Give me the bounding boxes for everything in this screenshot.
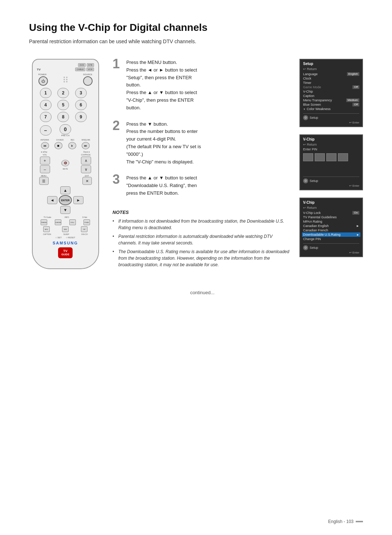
dnet-label: D-Net: [82, 216, 87, 218]
pip-btn[interactable]: PIP: [81, 226, 87, 232]
remote-image: TV DVD STB CABLE VCR: [29, 59, 102, 269]
power-label: POWER: [38, 73, 47, 76]
num-btn-4[interactable]: 4: [40, 100, 52, 110]
screen-1-row-language: Language English: [303, 72, 359, 76]
media-btn-1[interactable]: ⏮: [41, 142, 49, 149]
set-label: ○ SET: [56, 236, 62, 239]
source-section: SOURCE: [83, 73, 93, 86]
notes-title: NOTES: [113, 210, 292, 215]
pmode-btn[interactable]: P.MODE: [41, 219, 47, 225]
screen-2-gear: ⚙ Setup: [303, 177, 359, 183]
num-btn-7[interactable]: 7: [40, 112, 52, 122]
vol-down-btn[interactable]: –: [40, 165, 50, 173]
screen-2: V-Chip ↩ Return Enter PIN ⚙ Setup ↩ Ent: [299, 134, 363, 190]
nav-down-btn[interactable]: ▼: [60, 206, 70, 214]
step-3-block: 3 Press the ▲ or ▼ button to select "Dow…: [113, 174, 292, 197]
menu-btn[interactable]: ☰: [39, 177, 49, 185]
power-section: POWER ⏻: [38, 73, 48, 86]
rec-label: REC: [71, 139, 75, 141]
cable-btn: CABLE: [75, 68, 85, 71]
num-btn-8[interactable]: 8: [57, 112, 69, 122]
notes-list: If information is not downloaded from th…: [113, 218, 292, 268]
center-section: 🔇 MUTE: [60, 157, 71, 170]
content-area: 1 Press the MENU button. Press the ◄ or …: [113, 59, 363, 295]
ch-up-btn[interactable]: ∧: [81, 157, 91, 165]
enter-btn[interactable]: ENTER: [59, 195, 72, 205]
still-btn[interactable]: STILL: [69, 219, 76, 225]
triangle-icon: ▼: [303, 108, 306, 110]
screen-2-return: ↩ Return: [303, 143, 359, 146]
vol-ch-section: VOL + – 🔇 MUTE CH/PAGE ∧ ∨: [37, 154, 94, 173]
screen-1-gear: ⚙ Setup: [303, 113, 359, 120]
num-btn-6[interactable]: 6: [75, 100, 87, 110]
nav-left-btn[interactable]: ◄: [47, 196, 57, 204]
num-btn-5[interactable]: 5: [57, 100, 69, 110]
power-button[interactable]: ⏻: [38, 76, 48, 86]
func-labels-row: ANTENNA CH.MGR REC WISELINK: [37, 139, 94, 141]
menu-ext-row: MENU ☰ EXIT ✕: [37, 175, 94, 185]
screen-1-title: Setup: [303, 62, 359, 66]
steps-column: 1 Press the MENU button. Press the ◄ or …: [113, 59, 292, 295]
screen-2-enter: ↩ Enter: [303, 184, 359, 187]
pin-boxes: [303, 153, 359, 161]
dash-button[interactable]: –: [40, 125, 52, 135]
screens-column: Setup ↩ Return Language English Clock Ti…: [299, 59, 363, 257]
psize-btn[interactable]: P.SIZE: [83, 219, 90, 225]
samsung-logo: SAMSUNG: [37, 241, 94, 245]
num-btn-3[interactable]: 3: [75, 88, 87, 98]
media-btn-2[interactable]: ⏹: [54, 142, 62, 149]
vol-label: VOL: [42, 154, 47, 156]
step-2-text: Press the ▼ button. Press the number but…: [126, 121, 292, 166]
guide-info-row: TV Guide INFO D-Net: [37, 216, 94, 218]
small-btns-row: P.MODE S.MODE STILL P.SIZE: [37, 219, 94, 225]
screen-3-row-tvparental: TV Parental Guidelines: [303, 215, 359, 219]
prech-label: PRE-CH: [61, 134, 69, 137]
step-3-text: Press the ▲ or ▼ button to select "Downl…: [126, 174, 292, 197]
screen-1: Setup ↩ Return Language English Clock Ti…: [299, 59, 363, 127]
smode-btn[interactable]: S.MODE: [55, 219, 61, 225]
notes-section: NOTES If information is not downloaded f…: [113, 210, 292, 270]
media-btn-3[interactable]: ⏵: [68, 142, 76, 149]
dash-zero-row: – 0 PRE-CH: [37, 124, 94, 137]
step-1-block: 1 Press the MENU button. Press the ◄ or …: [113, 59, 292, 112]
nav-right-btn[interactable]: ►: [73, 196, 83, 204]
num-btn-9[interactable]: 9: [75, 112, 87, 122]
source-label: SOURCE: [83, 73, 93, 76]
downloadable-arrow: ►: [356, 233, 359, 236]
srs-btn[interactable]: SRS: [62, 226, 69, 232]
screen-3-gear: ⚙ Setup: [303, 243, 359, 250]
pin-box-4: [338, 153, 348, 161]
screen-3-row-canfrench: Canadian French: [303, 228, 359, 232]
mts-btn[interactable]: MTS: [43, 226, 50, 232]
nav-up-btn[interactable]: ▲: [60, 186, 70, 194]
pin-box-2: [315, 153, 325, 161]
screen-3-row-mpaa: MPAA Rating: [303, 219, 359, 224]
step-1-text: Press the MENU button. Press the ◄ or ► …: [126, 59, 292, 112]
mute-btn[interactable]: 🔇: [61, 160, 69, 166]
num-btn-1[interactable]: 1: [40, 88, 52, 98]
screen-1-row-bluescreen: Blue Screen Off: [303, 102, 359, 107]
remote-control: TV DVD STB CABLE VCR: [32, 59, 99, 269]
enter-pin-label: Enter PIN: [303, 147, 359, 151]
screen-1-row-menutrans: Menu Transparency Medium: [303, 98, 359, 102]
media-btn-4[interactable]: ⏭: [82, 142, 90, 149]
exit-btn[interactable]: ✕: [82, 177, 92, 185]
page-number-badge: [356, 521, 363, 522]
num-btn-0[interactable]: 0: [60, 124, 71, 134]
screen-3-enter: ↩ Enter: [303, 251, 359, 254]
note-item-2: Parental restriction information is auto…: [113, 233, 292, 246]
page-number-text: English - 103: [328, 519, 354, 524]
screen-1-row-vchip: V-Chip: [303, 89, 359, 94]
source-button[interactable]: [83, 76, 93, 86]
screen-3-row-canenglish: Canadian English ►: [303, 224, 359, 228]
screen-3: V-Chip ↩ Return V-Chip Lock On TV Parent…: [299, 198, 363, 257]
gear-icon-2: ⚙: [303, 178, 308, 183]
screen-1-row-caption: Caption: [303, 94, 359, 98]
screen-3-return: ↩ Return: [303, 206, 359, 210]
ch-down-btn[interactable]: ∨: [81, 165, 91, 173]
screen-1-row-clock: Clock: [303, 76, 359, 81]
screen-3-row-vchiplock: V-Chip Lock On: [303, 211, 359, 215]
num-btn-2[interactable]: 2: [57, 88, 69, 98]
step-2-block: 2 Press the ▼ button. Press the number b…: [113, 121, 292, 166]
vol-up-btn[interactable]: +: [40, 157, 50, 165]
